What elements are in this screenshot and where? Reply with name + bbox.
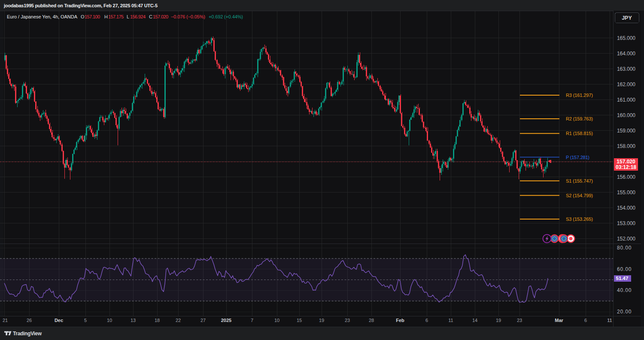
svg-text:163.000: 163.000 bbox=[617, 66, 635, 72]
svg-text:153.000: 153.000 bbox=[617, 220, 635, 226]
svg-text:161.000: 161.000 bbox=[617, 97, 635, 103]
svg-text:157.020: 157.020 bbox=[153, 14, 168, 19]
svg-text:156.000: 156.000 bbox=[617, 174, 635, 180]
svg-text:154.000: 154.000 bbox=[617, 205, 635, 211]
svg-text:13: 13 bbox=[131, 318, 136, 323]
svg-text:155.000: 155.000 bbox=[617, 190, 635, 196]
svg-text:159.000: 159.000 bbox=[617, 128, 635, 134]
svg-text:S3 (153.265): S3 (153.265) bbox=[566, 217, 593, 222]
svg-text:03:12:18: 03:12:18 bbox=[616, 164, 636, 170]
svg-text:10: 10 bbox=[274, 318, 279, 323]
svg-text:26: 26 bbox=[27, 318, 32, 323]
svg-text:TradingView: TradingView bbox=[13, 331, 42, 337]
svg-text:40.00: 40.00 bbox=[617, 287, 632, 293]
svg-text:+0.692 (+0.44%): +0.692 (+0.44%) bbox=[209, 14, 243, 19]
svg-text:162.000: 162.000 bbox=[617, 81, 635, 87]
svg-text:joodabas1995 published on Trad: joodabas1995 published on TradingView.co… bbox=[3, 3, 158, 8]
svg-text:158.000: 158.000 bbox=[617, 143, 635, 149]
svg-text:21: 21 bbox=[3, 318, 8, 323]
svg-text:Euro / Japanese Yen, 4h, OANDA: Euro / Japanese Yen, 4h, OANDA bbox=[7, 14, 78, 19]
svg-text:−0.076 (−0.05%): −0.076 (−0.05%) bbox=[171, 14, 205, 19]
svg-text:6: 6 bbox=[425, 318, 428, 323]
svg-text:160.000: 160.000 bbox=[617, 112, 635, 118]
svg-text:6: 6 bbox=[584, 318, 587, 323]
svg-text:23: 23 bbox=[345, 318, 350, 323]
svg-text:152.000: 152.000 bbox=[617, 236, 635, 242]
svg-text:O: O bbox=[81, 14, 85, 19]
svg-text:JPY: JPY bbox=[622, 15, 632, 21]
svg-text:Mar: Mar bbox=[555, 318, 563, 323]
svg-text:20.00: 20.00 bbox=[617, 309, 632, 315]
svg-text:22: 22 bbox=[176, 318, 181, 323]
svg-text:19: 19 bbox=[319, 318, 324, 323]
svg-text:L: L bbox=[127, 14, 129, 19]
svg-text:7: 7 bbox=[251, 318, 253, 323]
svg-text:157.100: 157.100 bbox=[85, 14, 100, 19]
svg-text:23: 23 bbox=[517, 318, 522, 323]
svg-text:2025: 2025 bbox=[221, 318, 231, 323]
svg-text:11: 11 bbox=[607, 318, 612, 323]
svg-text:R2 (159.763): R2 (159.763) bbox=[566, 116, 593, 121]
svg-text:51.47: 51.47 bbox=[616, 276, 629, 281]
svg-text:156.924: 156.924 bbox=[130, 14, 146, 19]
svg-text:P (157.281): P (157.281) bbox=[566, 155, 589, 160]
svg-text:19: 19 bbox=[496, 318, 501, 323]
svg-text:R1 (158.815): R1 (158.815) bbox=[566, 131, 593, 136]
svg-text:H: H bbox=[104, 14, 108, 19]
svg-text:157.020: 157.020 bbox=[617, 159, 635, 165]
svg-text:Dec: Dec bbox=[55, 318, 63, 323]
svg-text:80.00: 80.00 bbox=[617, 245, 632, 251]
svg-text:R3 (161.297): R3 (161.297) bbox=[566, 93, 593, 98]
svg-text:Feb: Feb bbox=[396, 318, 404, 323]
svg-text:165.000: 165.000 bbox=[617, 35, 635, 41]
svg-text:27: 27 bbox=[200, 318, 206, 323]
svg-text:11: 11 bbox=[448, 318, 453, 323]
svg-text:10: 10 bbox=[107, 318, 112, 323]
svg-text:28: 28 bbox=[369, 318, 374, 323]
svg-text:157.175: 157.175 bbox=[108, 14, 124, 19]
svg-text:S2 (154.799): S2 (154.799) bbox=[566, 193, 593, 198]
svg-text:5: 5 bbox=[84, 318, 87, 323]
svg-text:S1 (155.747): S1 (155.747) bbox=[566, 178, 593, 184]
svg-text:164.000: 164.000 bbox=[617, 51, 635, 57]
svg-text:14: 14 bbox=[472, 318, 477, 323]
svg-text:60.00: 60.00 bbox=[617, 266, 632, 272]
svg-text:15: 15 bbox=[297, 318, 302, 323]
svg-text:C: C bbox=[149, 14, 152, 19]
svg-text:18: 18 bbox=[155, 318, 160, 323]
